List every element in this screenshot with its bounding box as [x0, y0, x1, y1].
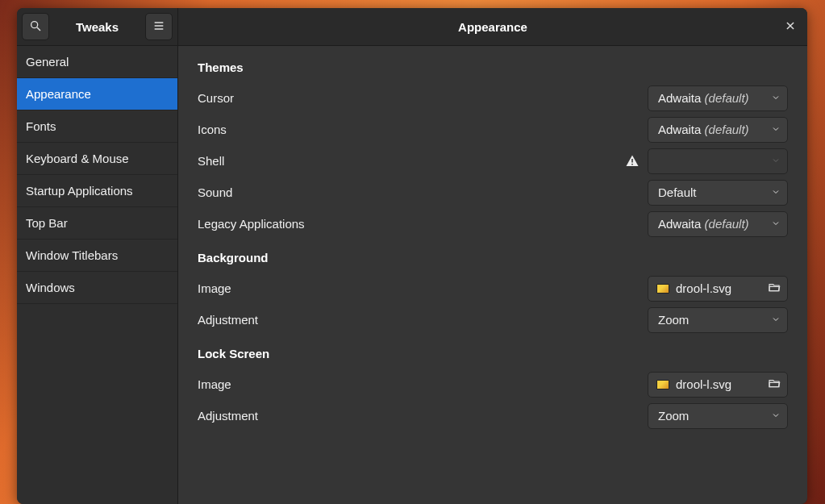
lockscreen-adjustment-combo[interactable]: Zoom [648, 403, 788, 429]
combo-value: Default [658, 185, 766, 199]
row-lockscreen-adjustment: Adjustment Zoom [198, 400, 788, 431]
svg-rect-7 [631, 159, 633, 163]
row-label: Sound [198, 185, 232, 199]
row-shell: Shell [198, 145, 788, 177]
sidebar-item-label: Window Titlebars [26, 248, 118, 262]
content: Themes Cursor Adwaita (default) Icons Ad… [178, 46, 807, 431]
row-icons: Icons Adwaita (default) [198, 114, 788, 145]
tweaks-window: Tweaks General Appearance Fonts Keyboard… [17, 8, 807, 504]
folder-open-icon [768, 377, 781, 392]
warning-icon [625, 154, 640, 169]
row-label: Icons [198, 123, 227, 136]
icons-combo[interactable]: Adwaita (default) [648, 117, 788, 143]
file-name: drool-l.svg [676, 281, 761, 295]
row-lockscreen-image: Image drool-l.svg [198, 369, 788, 400]
sidebar-item-label: Startup Applications [26, 184, 133, 198]
app-title: Tweaks [52, 20, 142, 34]
close-button[interactable] [781, 18, 799, 35]
combo-value: Adwaita [658, 123, 701, 136]
sidebar-item-label: Windows [26, 281, 75, 294]
close-icon [785, 20, 796, 34]
sidebar-item-general[interactable]: General [17, 46, 177, 78]
combo-value: Adwaita [658, 91, 701, 105]
sidebar-list: General Appearance Fonts Keyboard & Mous… [17, 46, 177, 304]
row-background-image: Image drool-l.svg [198, 273, 788, 304]
svg-line-1 [37, 27, 40, 31]
cursor-combo[interactable]: Adwaita (default) [648, 85, 788, 111]
chevron-down-icon [771, 185, 781, 199]
background-image-file-button[interactable]: drool-l.svg [648, 276, 788, 302]
sidebar-item-label: Appearance [26, 87, 91, 101]
row-background-adjustment: Adjustment Zoom [198, 304, 788, 335]
sidebar-item-windows[interactable]: Windows [17, 272, 177, 304]
menu-button[interactable] [145, 13, 173, 40]
chevron-down-icon [771, 313, 781, 327]
row-sound: Sound Default [198, 177, 788, 208]
lockscreen-image-file-button[interactable]: drool-l.svg [648, 372, 788, 398]
page-title: Appearance [458, 20, 527, 34]
search-button[interactable] [22, 13, 49, 40]
sidebar-item-top-bar[interactable]: Top Bar [17, 207, 177, 240]
main-header: Appearance [178, 8, 807, 46]
svg-point-0 [31, 21, 38, 27]
row-label: Adjustment [198, 313, 258, 327]
row-label: Legacy Applications [198, 217, 305, 231]
row-label: Image [198, 377, 231, 391]
combo-suffix: (default) [705, 123, 749, 136]
sidebar-item-label: General [26, 55, 69, 69]
row-label: Adjustment [198, 409, 258, 423]
search-icon [29, 19, 42, 35]
shell-combo [648, 148, 788, 174]
svg-rect-8 [631, 164, 633, 165]
combo-value: Zoom [658, 313, 766, 327]
legacy-combo[interactable]: Adwaita (default) [648, 211, 788, 237]
chevron-down-icon [771, 409, 781, 423]
folder-open-icon [768, 281, 781, 296]
row-legacy-applications: Legacy Applications Adwaita (default) [198, 208, 788, 240]
combo-suffix: (default) [705, 217, 749, 231]
row-label: Shell [198, 154, 224, 168]
image-thumb-icon [656, 284, 669, 294]
row-label: Image [198, 281, 231, 295]
sidebar-item-appearance[interactable]: Appearance [17, 78, 177, 110]
chevron-down-icon [771, 123, 781, 136]
sound-combo[interactable]: Default [648, 180, 788, 206]
chevron-down-icon [771, 91, 781, 105]
chevron-down-icon [771, 217, 781, 231]
sidebar: Tweaks General Appearance Fonts Keyboard… [17, 8, 178, 504]
row-label: Cursor [198, 91, 234, 105]
sidebar-header: Tweaks [17, 8, 177, 46]
sidebar-item-startup-applications[interactable]: Startup Applications [17, 175, 177, 207]
main-panel: Appearance Themes Cursor Adwaita (defaul… [178, 8, 807, 504]
combo-value: Zoom [658, 409, 766, 423]
combo-value: Adwaita [658, 217, 701, 231]
hamburger-icon [152, 19, 165, 35]
sidebar-item-fonts[interactable]: Fonts [17, 110, 177, 143]
background-adjustment-combo[interactable]: Zoom [648, 307, 788, 333]
section-title-lock-screen: Lock Screen [198, 347, 788, 360]
file-name: drool-l.svg [676, 377, 761, 391]
sidebar-item-label: Top Bar [26, 216, 68, 230]
sidebar-item-keyboard-mouse[interactable]: Keyboard & Mouse [17, 143, 177, 175]
row-cursor: Cursor Adwaita (default) [198, 82, 788, 114]
combo-suffix: (default) [705, 91, 749, 105]
sidebar-item-label: Keyboard & Mouse [26, 152, 129, 165]
sidebar-item-label: Fonts [26, 119, 56, 133]
image-thumb-icon [656, 380, 669, 389]
chevron-down-icon [771, 154, 781, 168]
section-title-background: Background [198, 251, 788, 264]
section-title-themes: Themes [198, 60, 788, 74]
sidebar-item-window-titlebars[interactable]: Window Titlebars [17, 240, 177, 272]
